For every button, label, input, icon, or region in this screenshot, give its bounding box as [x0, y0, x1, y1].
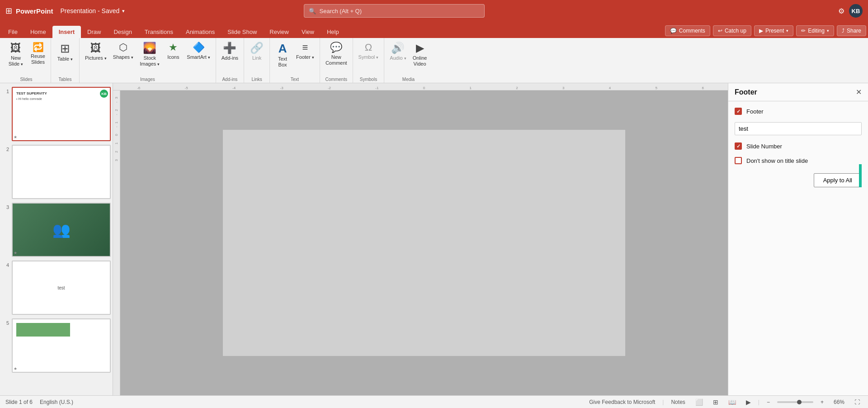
slide-item-4[interactable]: 4 test: [2, 261, 111, 315]
footer-label: Footer: [746, 108, 764, 115]
tab-file[interactable]: File: [2, 26, 24, 38]
apply-row: Apply to All: [735, 171, 862, 187]
new-comment-button[interactable]: 💬 NewComment: [323, 41, 350, 68]
fit-to-window-icon[interactable]: ⛶: [852, 398, 863, 406]
slide-item-2[interactable]: 2: [2, 145, 111, 199]
slide-1-body: • Hi hello comrade: [16, 97, 106, 100]
grid-icon[interactable]: ⊞: [5, 6, 12, 16]
slide-sorter-icon[interactable]: ⊞: [710, 398, 721, 407]
footer-option-dont-show: Don't show on title slide: [735, 157, 862, 164]
footer-checkbox[interactable]: [735, 108, 742, 115]
slide-number-checkbox[interactable]: [735, 142, 742, 150]
tab-design[interactable]: Design: [107, 26, 138, 38]
smartart-icon: 🔷: [193, 43, 205, 52]
tab-transitions[interactable]: Transitions: [138, 26, 179, 38]
comments-button[interactable]: 💬 Comments: [665, 25, 710, 36]
reading-view-icon[interactable]: 📖: [726, 398, 739, 407]
pictures-button[interactable]: 🖼 Pictures ▾: [82, 41, 109, 63]
editing-button[interactable]: ✏ Editing ▾: [796, 25, 834, 36]
table-icon: ⊞: [60, 43, 70, 54]
notes-button[interactable]: Notes: [668, 398, 688, 406]
shapes-button[interactable]: ⬡ Shapes ▾: [110, 41, 136, 62]
slide-item-5[interactable]: 5 ★: [2, 318, 111, 373]
tab-review[interactable]: Review: [263, 26, 295, 38]
tab-right-actions: 💬 Comments ↩ Catch up ▶ Present ▾ ✏ Edit…: [665, 25, 866, 38]
tab-insert[interactable]: Insert: [52, 26, 81, 38]
audio-button[interactable]: 🔊 Audio ▾: [387, 41, 409, 63]
slide-thumb-4[interactable]: test: [12, 261, 111, 315]
slide-item-3[interactable]: 3 👥 ★: [2, 203, 111, 257]
separator-2: |: [758, 399, 760, 405]
new-slide-button[interactable]: 🖼 NewSlide ▾: [5, 41, 27, 69]
addins-group-label: Add-ins: [219, 75, 241, 83]
pictures-icon: 🖼: [90, 43, 101, 53]
search-icon: 🔍: [309, 8, 316, 14]
smartart-button[interactable]: 🔷 SmartArt ▾: [184, 41, 212, 62]
ribbon-group-addins: ➕ Add-ins Add-ins: [216, 38, 244, 83]
zoom-level[interactable]: 66%: [831, 398, 847, 406]
feedback-button[interactable]: Give Feedback to Microsoft: [586, 398, 658, 406]
titlebar-right: ⚙ KB: [838, 4, 863, 18]
search-box[interactable]: 🔍 Search (Alt + Q): [304, 4, 485, 18]
slide-thumb-5[interactable]: ★: [12, 318, 111, 373]
slide-canvas-area[interactable]: [120, 90, 728, 395]
symbol-button[interactable]: Ω Symbol ▾: [356, 41, 382, 62]
slide-thumb-1[interactable]: TEST SUPERVITY • Hi hello comrade KB ★: [12, 87, 111, 141]
add-ins-button[interactable]: ➕ Add-ins: [219, 41, 241, 63]
online-video-button[interactable]: ▶ OnlineVideo: [410, 41, 430, 69]
gear-icon[interactable]: ⚙: [838, 7, 844, 15]
footer-panel-header: Footer ✕: [728, 83, 868, 101]
ribbon-group-links: 🔗 Link Links: [244, 38, 270, 83]
tab-home[interactable]: Home: [24, 26, 52, 38]
text-box-icon: A: [278, 43, 287, 54]
link-button[interactable]: 🔗 Link: [247, 41, 267, 63]
online-video-icon: ▶: [416, 43, 424, 53]
text-box-button[interactable]: A TextBox: [273, 41, 292, 70]
ribbon-group-tables: ⊞ Table ▾ Tables: [51, 38, 80, 83]
catchup-button[interactable]: ↩ Catch up: [713, 25, 751, 36]
slides-group-label: Slides: [5, 75, 48, 83]
avatar[interactable]: KB: [849, 4, 863, 18]
tab-animations[interactable]: Animations: [179, 26, 221, 38]
tab-slideshow[interactable]: Slide Show: [221, 26, 263, 38]
tab-draw[interactable]: Draw: [81, 26, 107, 38]
tab-view[interactable]: View: [295, 26, 321, 38]
search-placeholder: Search (Alt + Q): [320, 8, 362, 14]
stock-images-button[interactable]: 🌄 StockImages ▾: [137, 41, 162, 69]
slide-5-star: ★: [14, 366, 17, 371]
ruler-content-area: 3 2 1 0 -1 -2 -3: [113, 90, 728, 395]
share-button[interactable]: ⤴ Share: [837, 25, 866, 36]
zoom-in-icon[interactable]: +: [818, 398, 826, 406]
presenter-view-icon[interactable]: ▶: [743, 398, 754, 407]
media-group-label: Media: [387, 75, 429, 83]
reuse-slides-button[interactable]: 🔁 ReuseSlides: [28, 41, 48, 67]
tab-help[interactable]: Help: [321, 26, 345, 38]
dont-show-checkbox[interactable]: [735, 157, 742, 164]
slide-1-title: TEST SUPERVITY: [16, 91, 106, 95]
symbol-icon: Ω: [365, 43, 372, 52]
ribbon-group-media: 🔊 Audio ▾ ▶ OnlineVideo Media: [384, 38, 432, 83]
new-comment-icon: 💬: [330, 43, 342, 52]
table-button[interactable]: ⊞ Table ▾: [54, 41, 76, 64]
teal-accent-bar: [859, 164, 862, 187]
catchup-icon: ↩: [718, 28, 722, 34]
app-name: PowerPoint: [16, 7, 53, 15]
title-dropdown-icon[interactable]: ▾: [122, 8, 125, 14]
icons-button[interactable]: ★ Icons: [163, 41, 183, 62]
slide-item-1[interactable]: 1 TEST SUPERVITY • Hi hello comrade KB ★: [2, 87, 111, 141]
slide-thumb-3[interactable]: 👥 ★: [12, 203, 111, 257]
comment-icon: 💬: [670, 28, 677, 34]
present-button[interactable]: ▶ Present ▾: [754, 25, 793, 36]
main-area: 1 TEST SUPERVITY • Hi hello comrade KB ★…: [0, 83, 868, 395]
apply-to-all-button[interactable]: Apply to All: [814, 173, 862, 187]
footer-close-button[interactable]: ✕: [856, 88, 862, 96]
zoom-slider[interactable]: [777, 401, 813, 403]
footer-text-input[interactable]: [735, 122, 862, 135]
ribbon-group-images: 🖼 Pictures ▾ ⬡ Shapes ▾ 🌄 StockImages ▾ …: [80, 38, 216, 83]
footer-button[interactable]: ≡ Footer ▾: [293, 41, 317, 62]
normal-view-icon[interactable]: ⬜: [693, 398, 706, 407]
zoom-out-icon[interactable]: −: [764, 398, 773, 406]
slide-thumb-2[interactable]: [12, 145, 111, 199]
slide-info: Slide 1 of 6: [5, 399, 33, 405]
editor-wrapper: -6-5-4-3-2-1 0 123456 3 2 1 0 -1 -2 -3: [113, 83, 728, 395]
